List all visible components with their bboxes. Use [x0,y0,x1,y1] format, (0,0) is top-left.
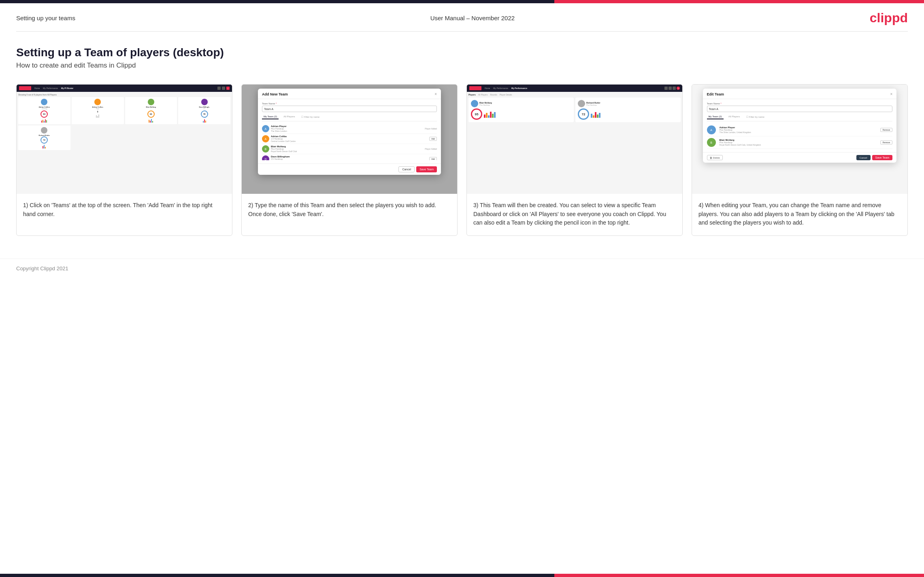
list-item: B Blair McHarg Plus Handicap Royal North… [262,144,437,154]
edit-team-name-input[interactable]: Team A [707,106,893,112]
edit-modal-header: Edit Team × [703,89,897,99]
card-3: Home My Performance My Performance ✎ Pla… [466,84,683,236]
tab-filter-by-name[interactable]: ☐ Filter by name [300,115,321,119]
card-2-screenshot: Add New Team × Team Name * Team A My [242,85,457,194]
avatar: A [262,135,269,142]
close-icon[interactable]: × [890,92,893,96]
edit-team-name-label: Team Name * [707,102,893,105]
top-accent-bar [0,0,924,3]
edit-list-item: A Adrian Player Plus Handicap The Shire … [707,124,893,136]
main-content: Setting up a Team of players (desktop) H… [0,32,924,259]
add-new-team-modal: Add New Team × Team Name * Team A My [258,89,441,175]
card-3-text: 3) This Team will then be created. You c… [467,194,682,235]
tab-all-players[interactable]: All Players [282,115,296,119]
card-4-text: 4) When editing your Team, you can chang… [692,194,907,235]
card-1: Home My Performance My Pl Roster + Showi… [16,84,232,236]
header: Setting up your teams User Manual – Nove… [0,3,924,31]
team-name-label: Team Name * [262,102,437,105]
edit-list-item: B Blair McHarg Plus Handicap Royal North… [707,136,893,149]
manual-title: User Manual – November 2022 [430,15,515,21]
edit-modal-footer: 🗑 Delete Cancel Save Team [703,152,897,163]
remove-player-button[interactable]: Remove [880,128,893,132]
modal-title: Add New Team [262,92,288,96]
list-item: A Adrian Coliba 1.5 Handicap Central Lon… [262,134,437,144]
remove-player-button[interactable]: Remove [880,140,893,144]
player-added-label: Player Added [425,148,437,150]
cancel-button[interactable]: Cancel [856,155,871,160]
team-name-input[interactable]: Team A [262,106,437,112]
list-item: A Adrian Player Plus Handicap The Shire … [262,124,437,134]
breadcrumb: Setting up your teams [16,15,75,21]
footer: Copyright Clippd 2021 [0,259,924,278]
avatar: D [262,155,269,160]
add-player-button[interactable]: Add [429,157,437,160]
edit-tab-all-players[interactable]: All Players [727,115,741,119]
card-2: Add New Team × Team Name * Team A My [241,84,458,236]
edit-team-modal: Edit Team × Team Name * Team A My Tea [703,89,897,163]
card-4-screenshot: Edit Team × Team Name * Team A My Tea [692,85,907,194]
card-1-screenshot: Home My Performance My Pl Roster + Showi… [17,85,232,194]
save-team-button[interactable]: Save Team [416,166,437,172]
edit-tab-filter[interactable]: ☐ Filter by name [745,115,766,119]
player-list: A Adrian Player Plus Handicap The Shire … [262,124,437,160]
tab-my-team[interactable]: My Team (2) [262,115,279,119]
copyright-text: Copyright Clippd 2021 [16,265,68,272]
add-player-button[interactable]: Add [429,137,437,141]
page-title: Setting up a Team of players (desktop) [16,46,908,59]
page-subtitle: How to create and edit Teams in Clippd [16,62,908,70]
close-icon[interactable]: × [434,92,437,96]
player-tabs: My Team (2) All Players ☐ Filter by name [262,115,437,121]
edit-player-tabs: My Team (2) All Players ☐ Filter by name [707,115,893,121]
list-item: D Dave Billingham 3.5 Handicap The Ding … [262,154,437,160]
delete-button[interactable]: 🗑 Delete [707,155,723,160]
edit-tab-my-team[interactable]: My Team (2) [707,115,724,119]
card-2-text: 2) Type the name of this Team and then s… [242,194,457,235]
cancel-button[interactable]: Cancel [398,166,415,172]
card-3-screenshot: Home My Performance My Performance ✎ Pla… [467,85,682,194]
player-added-label: Player Added [425,127,437,130]
trash-icon: 🗑 [710,157,712,159]
save-team-button[interactable]: Save Team [872,155,893,160]
bottom-accent-bar [0,574,924,577]
card-1-text: 1) Click on 'Teams' at the top of the sc… [17,194,232,235]
avatar: B [262,145,269,153]
avatar: A [262,125,269,132]
edit-modal-title: Edit Team [707,92,724,96]
card-4: Edit Team × Team Name * Team A My Tea [692,84,908,236]
clippd-logo: clippd [870,11,908,25]
modal-footer: Cancel Save Team [258,163,441,175]
cards-grid: Home My Performance My Pl Roster + Showi… [16,84,908,236]
